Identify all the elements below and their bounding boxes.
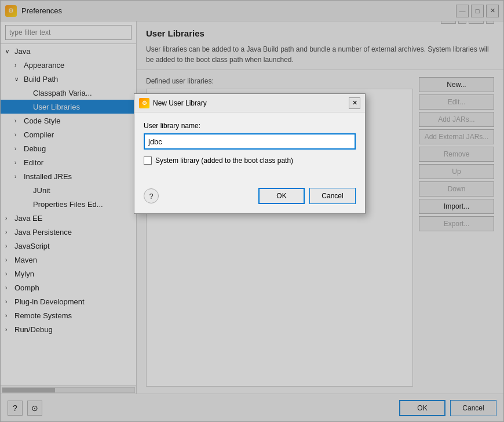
dialog-footer: ? OK Cancel (134, 185, 365, 213)
system-library-checkbox[interactable] (144, 157, 152, 165)
library-name-input[interactable] (144, 133, 356, 150)
dialog-icon: ⚙ (139, 98, 149, 108)
dialog-actions: OK Cancel (258, 188, 356, 204)
library-name-label: User library name: (144, 122, 356, 130)
dialog-help-button[interactable]: ? (144, 188, 159, 203)
dialog-overlay: ⚙ New User Library ✕ User library name: … (1, 1, 503, 421)
dialog-title: New User Library (153, 99, 349, 107)
dialog-body: User library name: System library (added… (134, 112, 365, 185)
system-library-row: System library (added to the boot class … (144, 157, 356, 165)
dialog-close-button[interactable]: ✕ (349, 97, 360, 109)
dialog-ok-button[interactable]: OK (258, 188, 305, 204)
dialog-cancel-button[interactable]: Cancel (309, 188, 356, 204)
system-library-label: System library (added to the boot class … (155, 157, 293, 165)
preferences-window: ⚙ Preferences — □ ✕ ∨ Java › Appearance (0, 0, 504, 422)
new-user-library-dialog: ⚙ New User Library ✕ User library name: … (134, 93, 366, 214)
dialog-title-bar: ⚙ New User Library ✕ (134, 94, 365, 112)
